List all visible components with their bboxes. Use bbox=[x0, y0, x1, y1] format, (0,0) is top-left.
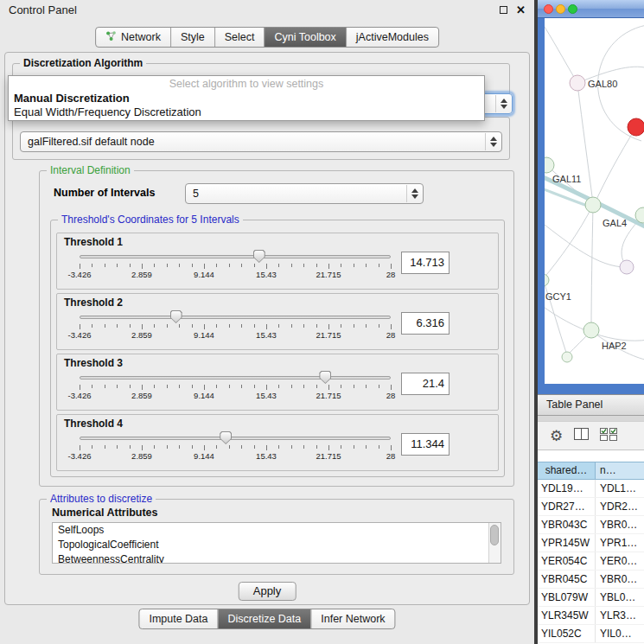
apply-button[interactable]: Apply bbox=[239, 582, 296, 601]
app-root: Control Panel ✕ NetworkStyleSelectCyni T… bbox=[0, 0, 644, 644]
attribute-list-item-betweennesscentrality[interactable]: BetweennessCentrality bbox=[53, 552, 501, 564]
close-icon[interactable]: ✕ bbox=[516, 4, 526, 16]
network-edge[interactable] bbox=[545, 205, 593, 279]
algorithm-dropdown-hint: Select algorithm to view settings bbox=[9, 76, 484, 92]
threshold-label: Threshold 4 bbox=[64, 418, 491, 430]
float-window-icon[interactable] bbox=[500, 6, 507, 14]
network-edge[interactable] bbox=[545, 22, 577, 83]
table-row[interactable]: YDL19…YDL1… bbox=[538, 480, 644, 498]
table-row[interactable]: YER054CYER0… bbox=[538, 552, 644, 571]
tab-jactivemodules[interactable]: jActiveModules bbox=[347, 28, 438, 47]
network-edge[interactable] bbox=[591, 205, 593, 329]
tick-mark bbox=[254, 264, 255, 267]
columns-icon[interactable] bbox=[574, 428, 589, 443]
cell-shared-name: YLR345W bbox=[538, 607, 596, 624]
tick-mark bbox=[379, 324, 379, 328]
tab-cyni-toolbox[interactable]: Cyni Toolbox bbox=[265, 28, 346, 47]
algorithm-option-equal-width-frequency-discretization[interactable]: Equal Width/Frequency Discretization bbox=[9, 105, 484, 119]
slider-thumb[interactable] bbox=[220, 431, 232, 444]
tick-mark bbox=[278, 324, 279, 328]
column-visibility-icon[interactable] bbox=[600, 428, 617, 444]
threshold-value-field[interactable]: 11.344 bbox=[401, 433, 450, 456]
network-node-hap2[interactable] bbox=[583, 322, 599, 338]
stepper-up-icon bbox=[411, 188, 418, 193]
tab-impute-data[interactable]: Impute Data bbox=[139, 609, 218, 628]
tick-mark bbox=[316, 264, 317, 267]
tick-mark bbox=[241, 385, 242, 388]
tick-mark bbox=[341, 385, 341, 388]
slider-tick-marks bbox=[80, 324, 391, 330]
tick-mark bbox=[154, 324, 155, 328]
threshold-value-field[interactable]: 14.713 bbox=[401, 252, 450, 274]
network-node[interactable] bbox=[562, 352, 572, 362]
tick-mark bbox=[379, 264, 379, 267]
attribute-list-item-topologicalcoefficient[interactable]: TopologicalCoefficient bbox=[53, 538, 501, 552]
attributes-listbox[interactable]: SelfLoopsTopologicalCoefficientBetweenne… bbox=[52, 522, 501, 564]
tick-label: 28 bbox=[386, 451, 396, 461]
table-row[interactable]: YDR27…YDR2… bbox=[538, 498, 644, 516]
threshold-value-field[interactable]: 6.316 bbox=[401, 312, 450, 335]
gear-icon[interactable]: ⚙ bbox=[550, 429, 563, 443]
table-row[interactable]: YIL052CYIL0… bbox=[538, 625, 644, 643]
tab-discretize-data[interactable]: Discretize Data bbox=[219, 609, 312, 628]
threshold-panel: Threshold 3-3.4262.8599.14415.4321.71528… bbox=[56, 354, 499, 411]
tick-mark bbox=[366, 445, 367, 449]
column-header-name[interactable]: n… bbox=[596, 462, 644, 480]
network-node-gcy1[interactable] bbox=[545, 274, 549, 286]
network-edge[interactable] bbox=[595, 127, 636, 203]
table-row[interactable]: YLR345WYLR3… bbox=[538, 607, 644, 625]
number-of-intervals-select[interactable]: 5 bbox=[185, 183, 424, 204]
traffic-light-minimize-icon[interactable] bbox=[556, 4, 565, 14]
slider-tick-labels: -3.4262.8599.14415.4321.71528 bbox=[80, 330, 391, 340]
threshold-slider[interactable]: -3.4262.8599.14415.4321.71528 bbox=[78, 371, 392, 400]
thresholds-legend: Threshold's Coordinates for 5 Intervals bbox=[58, 214, 243, 226]
tick-label: 2.859 bbox=[131, 330, 152, 340]
slider-thumb[interactable] bbox=[253, 250, 265, 263]
threshold-slider[interactable]: -3.4262.8599.14415.4321.71528 bbox=[78, 431, 392, 461]
table-row[interactable]: YBR043CYBR0… bbox=[538, 516, 644, 534]
table-row[interactable]: YBL079WYBL0… bbox=[538, 589, 644, 607]
tab-select[interactable]: Select bbox=[215, 28, 265, 47]
network-node[interactable] bbox=[620, 260, 634, 274]
tick-label: 2.859 bbox=[131, 451, 152, 461]
network-node-gal80[interactable] bbox=[570, 75, 585, 91]
cell-shared-name: YIL052C bbox=[538, 625, 596, 642]
attribute-list-item-selfloops[interactable]: SelfLoops bbox=[53, 523, 501, 538]
network-node[interactable] bbox=[628, 118, 644, 136]
tab-style[interactable]: Style bbox=[171, 28, 215, 47]
table-row[interactable]: YPR145WYPR1… bbox=[538, 534, 644, 552]
tick-mark bbox=[254, 324, 255, 328]
slider-thumb[interactable] bbox=[319, 371, 331, 384]
table-row[interactable]: YBR045CYBR0… bbox=[538, 571, 644, 589]
tick-label: 15.43 bbox=[256, 270, 277, 279]
network-canvas[interactable]: GAL80GAL11GAL4GCY1HAP2 bbox=[545, 18, 644, 384]
tick-label: 21.715 bbox=[316, 451, 341, 461]
cell-name: YBR0… bbox=[596, 516, 644, 533]
network-view-window: GAL80GAL11GAL4GCY1HAP2 bbox=[538, 0, 644, 394]
traffic-light-zoom-icon[interactable] bbox=[568, 4, 577, 14]
cell-shared-name: YBR043C bbox=[538, 516, 596, 533]
network-edge[interactable] bbox=[577, 84, 593, 203]
threshold-value-field[interactable]: 21.4 bbox=[401, 373, 450, 395]
tick-label: 9.144 bbox=[194, 330, 214, 340]
tick-label: -3.426 bbox=[68, 391, 92, 400]
scrollbar-thumb[interactable] bbox=[490, 525, 499, 545]
tick-mark bbox=[303, 324, 304, 328]
table-data-select[interactable]: galFiltered.sif default node bbox=[20, 131, 502, 152]
tab-network[interactable]: Network bbox=[96, 28, 171, 47]
algorithm-option-manual-discretization[interactable]: Manual Discretization bbox=[9, 92, 484, 105]
tick-label: 15.43 bbox=[256, 451, 277, 461]
traffic-light-close-icon[interactable] bbox=[544, 4, 553, 14]
column-header-shared-name[interactable]: shared… bbox=[538, 462, 596, 480]
tab-label: Discretize Data bbox=[228, 613, 302, 625]
tab-infer-network[interactable]: Infer Network bbox=[311, 609, 394, 628]
thresholds-list: Threshold 1-3.4262.8599.14415.4321.71528… bbox=[56, 233, 499, 471]
tick-mark bbox=[316, 445, 317, 449]
slider-thumb[interactable] bbox=[170, 310, 182, 323]
attributes-scrollbar[interactable] bbox=[488, 523, 501, 563]
network-edge[interactable] bbox=[545, 222, 626, 267]
tick-mark bbox=[354, 385, 354, 388]
threshold-slider[interactable]: -3.4262.8599.14415.4321.71528 bbox=[78, 250, 392, 279]
network-node-gal4[interactable] bbox=[585, 197, 601, 213]
threshold-slider[interactable]: -3.4262.8599.14415.4321.71528 bbox=[78, 310, 392, 340]
